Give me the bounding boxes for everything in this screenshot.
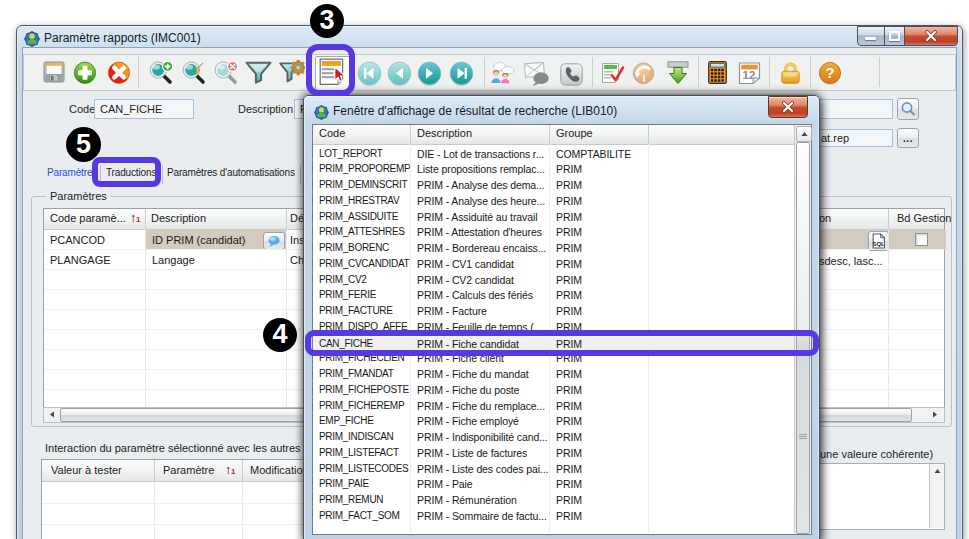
svg-text:?: ? bbox=[825, 64, 834, 81]
svg-text:SQL: SQL bbox=[872, 241, 885, 247]
